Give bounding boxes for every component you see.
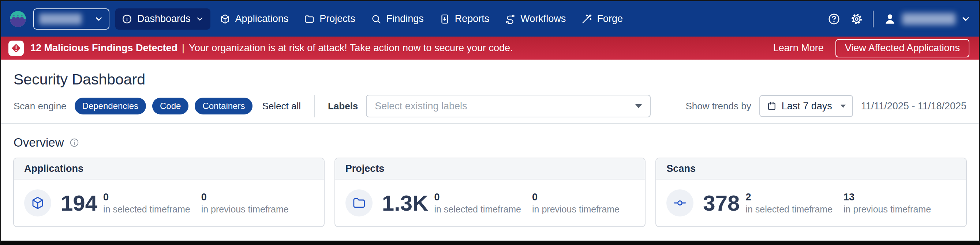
view-affected-applications-button[interactable]: View Affected Applications [835, 39, 969, 57]
malicious-findings-alert-banner: 12 Malicious Findings Detected | Your or… [1, 37, 979, 60]
username-redacted [902, 13, 956, 25]
alert-title: 12 Malicious Findings Detected [30, 42, 178, 54]
nav-label: Dashboards [137, 13, 191, 24]
selected-timeframe-metric: 2 in selected timeframe [745, 191, 832, 215]
select-all-link[interactable]: Select all [262, 100, 301, 112]
show-trends-label: Show trends by [686, 100, 751, 112]
timeframe-dropdown[interactable]: Last 7 days [759, 95, 853, 117]
search-icon [371, 14, 382, 24]
nav-label: Projects [320, 13, 355, 24]
alert-message: 12 Malicious Findings Detected | Your or… [30, 42, 513, 54]
labels-select-input[interactable]: Select existing labels [366, 95, 651, 118]
card-body: 1.3K 0 in selected timeframe 0 in previo… [335, 180, 645, 226]
filter-bar: Scan engine Dependencies Code Containers… [1, 89, 979, 124]
card-scans: Scans 378 2 in selected timeframe 13 in [655, 158, 967, 227]
cube-icon [220, 14, 231, 24]
scan-commit-icon [667, 189, 694, 216]
mend-logo-icon[interactable] [9, 10, 27, 28]
chevron-down-icon [94, 14, 103, 24]
card-title: Projects [335, 158, 645, 180]
chevron-down-icon [961, 14, 971, 24]
chevron-down-icon [196, 14, 204, 24]
chip-containers[interactable]: Containers [195, 98, 253, 115]
overview-heading: Overview [14, 136, 64, 150]
dropdown-arrow-icon [635, 104, 642, 108]
scan-engine-chips: Dependencies Code Containers [75, 98, 253, 115]
user-menu[interactable] [883, 12, 971, 26]
previous-timeframe-metric: 0 in previous timeframe [532, 191, 620, 215]
calendar-icon [767, 101, 777, 111]
trends-controls: Show trends by Last 7 days 11/11/2025 - … [686, 95, 966, 117]
card-body: 194 0 in selected timeframe 0 in previou… [14, 180, 324, 226]
selected-timeframe-metric: 0 in selected timeframe [103, 191, 190, 215]
top-navbar: Dashboards Applications [1, 1, 979, 37]
card-applications: Applications 194 0 in selected timeframe… [13, 158, 325, 227]
chip-dependencies[interactable]: Dependencies [75, 98, 146, 115]
nav-item-applications[interactable]: Applications [213, 8, 295, 30]
nav-item-projects[interactable]: Projects [298, 8, 361, 30]
nav-item-findings[interactable]: Findings [364, 8, 430, 30]
chip-code[interactable]: Code [152, 98, 188, 115]
app-window: Dashboards Applications [0, 0, 980, 245]
learn-more-link[interactable]: Learn More [773, 42, 824, 54]
nav-item-workflows[interactable]: Workflows [498, 8, 572, 30]
nav-label: Findings [387, 13, 424, 24]
card-total-value: 378 [703, 191, 740, 216]
nav-label: Applications [235, 13, 289, 24]
navbar-right [827, 11, 971, 27]
workflow-icon [504, 14, 515, 24]
nav-label: Workflows [520, 13, 566, 24]
navbar-divider [873, 11, 873, 27]
help-icon[interactable] [827, 13, 841, 25]
nav-item-reports[interactable]: Reports [433, 8, 496, 30]
card-body: 378 2 in selected timeframe 13 in previo… [656, 180, 966, 226]
organization-name-redacted [39, 14, 82, 24]
folder-icon [345, 189, 372, 216]
alert-body: Your organization is at risk of attack! … [189, 42, 513, 54]
gauge-icon [121, 14, 132, 24]
magic-wand-icon [581, 14, 592, 24]
labels-placeholder: Select existing labels [375, 100, 467, 112]
nav-label: Forge [597, 13, 623, 24]
folder-icon [304, 14, 315, 24]
selected-timeframe-metric: 0 in selected timeframe [434, 191, 521, 215]
nav-item-dashboards[interactable]: Dashboards [115, 8, 210, 30]
page-title: Security Dashboard [1, 70, 979, 89]
cube-icon [24, 189, 51, 216]
card-total-value: 194 [61, 191, 97, 216]
person-icon [883, 12, 897, 26]
date-range-text: 11/11/2025 - 11/18/2025 [861, 100, 966, 112]
overview-cards: Applications 194 0 in selected timeframe… [1, 158, 979, 227]
info-icon[interactable] [69, 137, 80, 148]
card-total-value: 1.3K [382, 191, 428, 216]
main-nav: Dashboards Applications [115, 8, 629, 30]
card-title: Applications [14, 158, 324, 180]
previous-timeframe-metric: 0 in previous timeframe [201, 191, 289, 215]
timeframe-value: Last 7 days [782, 100, 832, 112]
filter-divider [314, 95, 315, 118]
labels-label: Labels [328, 100, 358, 112]
card-projects: Projects 1.3K 0 in selected timeframe 0 … [334, 158, 646, 227]
card-title: Scans [656, 158, 966, 180]
previous-timeframe-metric: 13 in previous timeframe [843, 191, 931, 215]
alert-separator: | [182, 42, 185, 54]
scan-engine-label: Scan engine [14, 100, 67, 112]
report-download-icon [439, 14, 450, 24]
settings-gear-icon[interactable] [850, 13, 863, 25]
nav-item-forge[interactable]: Forge [575, 8, 629, 30]
nav-label: Reports [455, 13, 490, 24]
dropdown-arrow-icon [841, 105, 846, 108]
organization-selector[interactable] [33, 8, 110, 30]
alert-diamond-icon [8, 41, 24, 56]
overview-header: Overview [1, 136, 979, 150]
